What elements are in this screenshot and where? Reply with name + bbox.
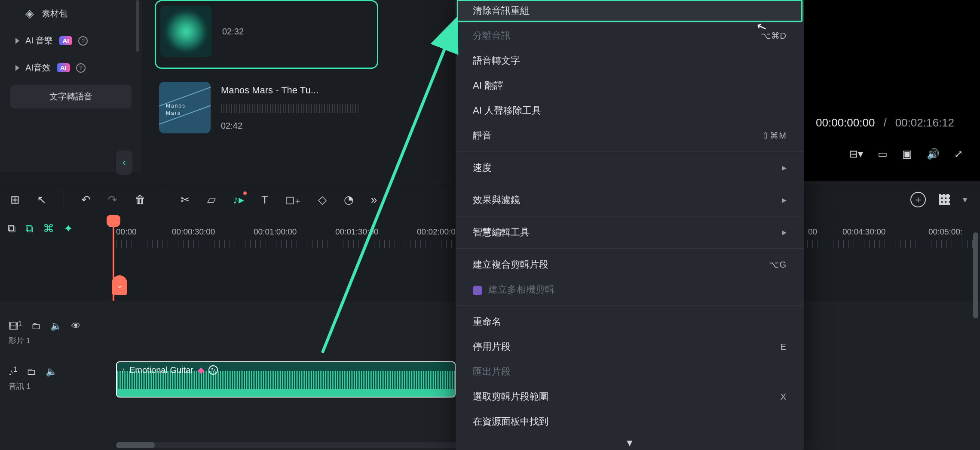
collapse-sidebar-button[interactable]: ‹: [116, 151, 132, 175]
chevron-right-icon: ▸: [782, 227, 787, 238]
folder-icon[interactable]: 🗀: [27, 366, 36, 377]
chevron-left-icon: ‹: [122, 157, 126, 168]
ctx-item-smart-tools[interactable]: 智慧編輯工具 ▸: [456, 220, 804, 245]
vertical-scrollbar[interactable]: [973, 232, 978, 318]
media-duration: 02:32: [222, 27, 244, 37]
multicam-icon: ◎: [473, 286, 482, 295]
ctx-label: 分離音訊: [473, 29, 511, 42]
speaker-icon[interactable]: 🔈: [46, 366, 57, 377]
sidebar-item-label: 素材包: [42, 8, 67, 19]
ctx-item-effects[interactable]: 效果與濾鏡 ▸: [456, 188, 804, 213]
fullscreen-icon[interactable]: ⤢: [954, 148, 963, 160]
sidebar-item-label: 文字轉語音: [49, 92, 92, 101]
ctx-label: 清除音訊重組: [473, 4, 530, 17]
volume-icon[interactable]: 🔊: [927, 148, 940, 160]
ctx-label: 建立多相機剪輯: [488, 284, 554, 295]
audio-tool-icon[interactable]: ♪▸: [233, 193, 244, 207]
divider: [456, 216, 804, 216]
apps-icon[interactable]: ⊞: [10, 193, 20, 207]
separator: /: [883, 116, 886, 129]
redo-icon[interactable]: ↷: [108, 193, 117, 207]
sidebar-item-ai-music[interactable]: AI 音樂 AI ?: [0, 27, 142, 54]
audio-clip[interactable]: ♪ Emotional Guitar ◆ ↻: [116, 361, 456, 398]
group-icon[interactable]: ⌘: [43, 222, 54, 235]
ctx-label: 速度: [473, 161, 492, 174]
crop-icon[interactable]: ▱: [207, 193, 216, 207]
package-icon: [25, 9, 36, 19]
ctx-item-stt[interactable]: 語音轉文字: [456, 48, 804, 73]
eye-icon[interactable]: 👁: [71, 321, 81, 332]
chevron-down-icon: ▼: [625, 438, 634, 448]
scissors-icon[interactable]: ✂: [181, 193, 190, 207]
ruler-toggle-icon[interactable]: ⊟▾: [849, 148, 863, 160]
caret-right-icon: [15, 65, 19, 71]
ctx-label: 在資源面板中找到: [473, 415, 548, 428]
ctx-item-ai-vocal-remove[interactable]: AI 人聲移除工具: [456, 98, 804, 123]
pointer-icon[interactable]: ↖: [37, 193, 46, 207]
divider: [456, 305, 804, 306]
ctx-item-mute[interactable]: 靜音 ⇧⌘M: [456, 123, 804, 148]
display-icon[interactable]: ▭: [878, 148, 888, 160]
music-note-icon[interactable]: ♪1: [9, 366, 17, 378]
sidebar-item-label: AI音效: [25, 62, 51, 74]
magnet-icon[interactable]: ✦: [64, 222, 73, 235]
ctx-label: 選取剪輯片段範圍: [473, 390, 548, 403]
help-icon[interactable]: ?: [78, 36, 88, 46]
help-icon[interactable]: ?: [76, 63, 86, 73]
sidebar-item-packs[interactable]: 素材包: [0, 0, 142, 27]
add-track-icon[interactable]: ⧉: [8, 222, 16, 235]
ctx-item-compound-clip[interactable]: 建立複合剪輯片段 ⌥G: [456, 252, 804, 277]
ctx-more-indicator[interactable]: ▼: [456, 434, 804, 450]
speaker-icon[interactable]: 🔈: [50, 321, 62, 332]
view-grid-icon[interactable]: [939, 194, 950, 205]
sidebar-item-ai-sfx[interactable]: AI音效 AI ?: [0, 54, 142, 81]
ruler-tick: 00:05:00:: [928, 227, 962, 237]
ctx-item-reveal[interactable]: 在資源面板中找到: [456, 409, 804, 434]
track-label: 音訊 1: [9, 381, 57, 391]
ctx-shortcut: ⇧⌘M: [762, 130, 787, 141]
divider: [456, 151, 804, 152]
filmstrip-icon[interactable]: 🎞1: [9, 320, 22, 332]
marker-badge[interactable]: ⌄: [112, 275, 127, 295]
chevron-right-icon: ▸: [782, 194, 787, 206]
caret-right-icon: [15, 38, 19, 44]
ctx-label: 語音轉文字: [473, 54, 520, 67]
media-thumbnail: [160, 6, 212, 57]
timeline-track-tools: ⧉ ⧉ ⌘ ✦: [8, 222, 73, 235]
music-note-icon: ♪: [121, 366, 125, 375]
ctx-label: 匯出片段: [473, 365, 511, 378]
annotation-arrow: [305, 13, 469, 366]
link-icon[interactable]: ⧉: [25, 222, 34, 235]
ctx-item-disable-clip[interactable]: 停用片段 E: [456, 334, 804, 359]
clip-title: Emotional Guitar: [129, 365, 193, 375]
sidebar-item-label: AI 音樂: [25, 35, 53, 46]
ctx-label: 建立複合剪輯片段: [473, 258, 548, 271]
diamond-icon: ◆: [198, 365, 204, 375]
tts-button[interactable]: 文字轉語音: [10, 85, 132, 108]
trash-icon[interactable]: 🗑: [135, 193, 146, 207]
ctx-item-export-clip: 匯出片段: [456, 359, 804, 384]
divider: [64, 192, 64, 207]
undo-icon[interactable]: ↶: [81, 193, 91, 207]
ctx-label: 靜音: [473, 129, 492, 142]
timecode-readout: 00:00:00:00 / 00:02:16:12: [816, 116, 954, 129]
ctx-item-select-range[interactable]: 選取剪輯片段範圍 X: [456, 384, 804, 409]
folder-icon[interactable]: 🗀: [31, 321, 41, 332]
snapshot-icon[interactable]: ▣: [902, 148, 912, 160]
ruler-tick: 00:00: [116, 227, 137, 237]
ctx-label: 效果與濾鏡: [473, 194, 520, 207]
total-time: 00:02:16:12: [895, 116, 954, 129]
ctx-item-rename[interactable]: 重命名: [456, 309, 804, 334]
ctx-item-clear-audio-rebuild[interactable]: 清除音訊重組: [456, 0, 804, 23]
text-icon[interactable]: T: [261, 193, 268, 207]
dropdown-caret-icon[interactable]: ▾: [963, 194, 967, 205]
ctx-shortcut: E: [781, 342, 787, 352]
ctx-item-speed[interactable]: 速度 ▸: [456, 155, 804, 180]
ctx-item-multicam: ◎建立多相機剪輯: [456, 277, 804, 302]
aspect-icon[interactable]: ◻₊: [285, 193, 301, 207]
zoom-add-button[interactable]: ＋: [910, 192, 926, 207]
sidebar-scrollbar[interactable]: [136, 0, 139, 52]
sidebar: 素材包 AI 音樂 AI ? AI音效 AI ? 文字轉語音 ‹: [0, 0, 142, 172]
ctx-item-ai-translate[interactable]: AI 翻譯: [456, 73, 804, 98]
ruler-tick: 00: [808, 227, 817, 237]
